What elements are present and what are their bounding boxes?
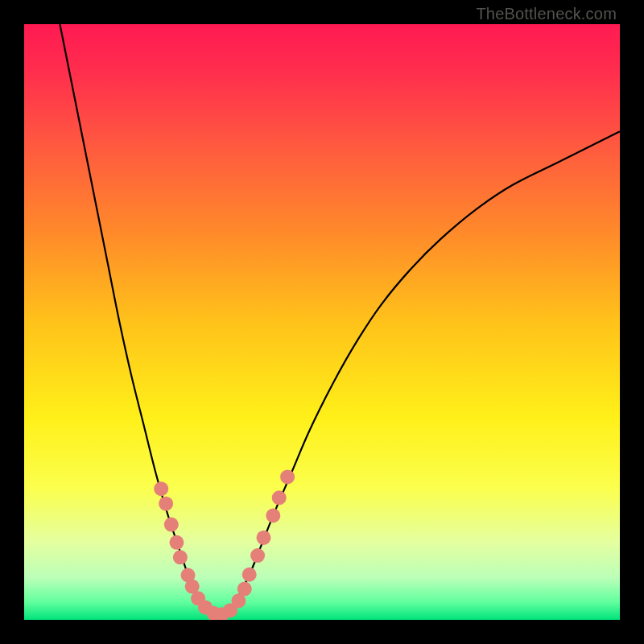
data-marker <box>164 518 179 532</box>
data-marker <box>250 548 265 563</box>
data-marker <box>272 490 287 505</box>
plot-area <box>24 24 620 620</box>
left-curve <box>60 24 214 617</box>
curve-markers <box>154 469 295 620</box>
data-marker <box>237 582 252 597</box>
data-marker <box>242 568 257 582</box>
right-curve <box>221 131 620 616</box>
data-marker <box>256 530 270 545</box>
data-marker <box>173 550 188 564</box>
data-marker <box>280 469 295 484</box>
chart-frame: TheBottleneck.com <box>0 0 644 644</box>
data-marker <box>169 535 184 550</box>
chart-svg <box>24 24 620 620</box>
data-marker <box>266 509 280 523</box>
data-marker <box>159 497 173 511</box>
watermark-text: TheBottleneck.com <box>476 5 617 23</box>
data-marker <box>154 481 168 496</box>
